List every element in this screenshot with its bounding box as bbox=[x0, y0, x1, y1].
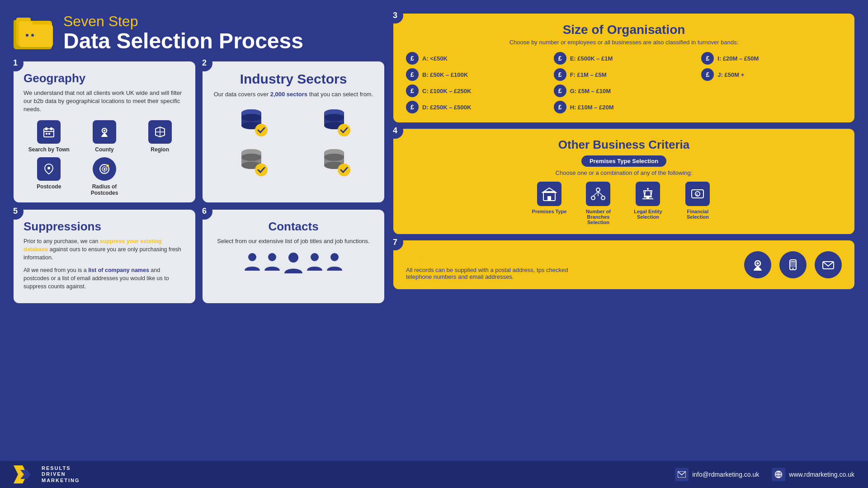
website-contact: www.rdmarketing.co.uk bbox=[772, 468, 854, 481]
people-icons bbox=[244, 252, 343, 275]
svg-point-75 bbox=[757, 263, 759, 265]
region-item: Region bbox=[134, 120, 185, 153]
pound-icon-d: £ bbox=[406, 101, 419, 113]
svg-point-19 bbox=[47, 167, 50, 169]
person-icon-2 bbox=[264, 252, 281, 272]
channels-card: 7 Channels All records can be supplied w… bbox=[393, 240, 854, 289]
geography-icons: Search by Town County bbox=[24, 120, 185, 196]
branches-icon bbox=[586, 182, 610, 206]
contacts-card: 6 Contacts Select from our extensive lis… bbox=[203, 210, 384, 304]
geography-card: 1 Geography We understand that not all c… bbox=[14, 61, 195, 202]
band-j-label: J: £50M + bbox=[717, 71, 744, 78]
size-bands-grid: £ A: <£50K £ E: £500K – £1M £ I: £20M – … bbox=[406, 52, 842, 113]
rdm-logo-icon bbox=[14, 465, 36, 483]
band-f-label: F: £1M – £5M bbox=[570, 71, 607, 78]
svg-rect-68 bbox=[644, 196, 652, 197]
footer-website: www.rdmarketing.co.uk bbox=[789, 471, 854, 478]
premises-type-icon bbox=[537, 182, 561, 206]
band-i: £ I: £20M – £50M bbox=[701, 52, 842, 65]
email-contact: info@rdmarketing.co.uk bbox=[675, 468, 759, 481]
svg-line-61 bbox=[593, 192, 598, 196]
rdm-line2: DRIVEN bbox=[42, 471, 80, 477]
footer-email: info@rdmarketing.co.uk bbox=[692, 471, 759, 478]
channels-text: Channels All records can be supplied wit… bbox=[406, 249, 578, 280]
step6-badge: 6 bbox=[196, 203, 212, 220]
folder-icon bbox=[14, 16, 54, 50]
svg-point-36 bbox=[324, 114, 344, 121]
rdm-text: RESULTS DRIVEN MARKETING bbox=[42, 465, 80, 483]
person-icon-5 bbox=[326, 252, 343, 272]
svg-rect-57 bbox=[547, 196, 551, 201]
person-icon-1 bbox=[244, 252, 261, 272]
band-a: £ A: <£50K bbox=[406, 52, 547, 65]
band-empty-1 bbox=[701, 84, 842, 97]
svg-point-49 bbox=[338, 164, 350, 176]
svg-point-48 bbox=[324, 154, 344, 161]
band-i-label: I: £20M – £50M bbox=[717, 55, 759, 62]
email-channel-icon bbox=[815, 251, 842, 278]
footer-globe-icon bbox=[772, 468, 785, 481]
search-by-town-item: Search by Town bbox=[24, 120, 75, 153]
step6-title: Contacts bbox=[268, 220, 318, 234]
radius-label: Radius of Postcodes bbox=[79, 183, 130, 196]
financial-selection-label: Financial Selection bbox=[679, 209, 716, 220]
premises-btn[interactable]: Premises Type Selection bbox=[581, 155, 666, 167]
pound-icon-a: £ bbox=[406, 52, 419, 65]
suppressions-card: 5 Suppressions Prior to any purchase, we… bbox=[14, 210, 195, 304]
postcode-label: Postcode bbox=[37, 183, 61, 190]
rdm-line3: MARKETING bbox=[42, 478, 80, 483]
svg-line-66 bbox=[645, 191, 646, 196]
band-h: £ H: £10M – £20M bbox=[554, 101, 694, 113]
svg-point-78 bbox=[793, 268, 794, 269]
footer-email-icon bbox=[675, 468, 689, 481]
step3-title: Size of Organisation bbox=[406, 23, 842, 37]
step2-title: Industry Sectors bbox=[240, 71, 347, 87]
svg-point-58 bbox=[596, 188, 600, 192]
step4-badge: 4 bbox=[387, 122, 403, 139]
step5-para2: All we need from you is a list of compan… bbox=[24, 266, 185, 291]
band-a-label: A: <£50K bbox=[422, 55, 448, 62]
postcode-icon bbox=[37, 157, 61, 181]
county-item: County bbox=[79, 120, 130, 153]
branches-selection-label: Number of Branches Selection bbox=[580, 209, 616, 225]
search-by-town-icon bbox=[37, 120, 61, 144]
svg-point-30 bbox=[241, 114, 261, 121]
county-icon bbox=[93, 120, 116, 144]
other-business-criteria-card: 4 Other Business Criteria Premises Type … bbox=[393, 129, 854, 234]
step7-description: All records can be supplied with a posta… bbox=[406, 267, 578, 280]
band-d: £ D: £250K – £500K bbox=[406, 101, 547, 113]
postcode-item: Postcode bbox=[24, 157, 75, 196]
header-title: Data Selection Process bbox=[63, 29, 303, 53]
svg-point-15 bbox=[104, 130, 105, 131]
postal-icon bbox=[744, 251, 771, 278]
svg-point-31 bbox=[255, 124, 268, 136]
step5-title: Suppressions bbox=[24, 220, 185, 234]
band-e: £ E: £500K – £1M bbox=[554, 52, 694, 65]
size-of-organisation-card: 3 Size of Organisation Choose by number … bbox=[393, 14, 854, 122]
band-e-label: E: £500K – £1M bbox=[570, 55, 613, 62]
band-g-label: G: £5M – £10M bbox=[570, 88, 611, 94]
svg-rect-12 bbox=[46, 133, 47, 135]
svg-rect-70 bbox=[646, 197, 649, 199]
svg-point-50 bbox=[248, 253, 256, 261]
svg-rect-10 bbox=[50, 127, 52, 130]
step2-badge: 2 bbox=[196, 55, 212, 71]
svg-rect-79 bbox=[791, 261, 795, 262]
region-icon bbox=[148, 120, 172, 144]
svg-point-42 bbox=[241, 154, 261, 161]
svg-point-7 bbox=[31, 34, 34, 37]
band-b: £ B: £50K – £100K bbox=[406, 68, 547, 81]
database-icons bbox=[212, 104, 374, 180]
band-g: £ G: £5M – £10M bbox=[554, 84, 694, 97]
pound-icon-c: £ bbox=[406, 84, 419, 97]
premises-type-item: Premises Type bbox=[532, 182, 567, 225]
database-icon-4 bbox=[295, 144, 374, 180]
pound-icon-i: £ bbox=[701, 52, 714, 65]
main-container: Seven Step Data Selection Process 1 Geog… bbox=[0, 0, 868, 488]
pound-icon-g: £ bbox=[554, 84, 566, 97]
step5-badge: 5 bbox=[7, 203, 24, 220]
financial-icon: £ bbox=[685, 182, 710, 206]
channels-icons-row bbox=[744, 251, 842, 278]
step1-badge: 1 bbox=[7, 55, 24, 71]
person-icon-4 bbox=[306, 252, 323, 272]
